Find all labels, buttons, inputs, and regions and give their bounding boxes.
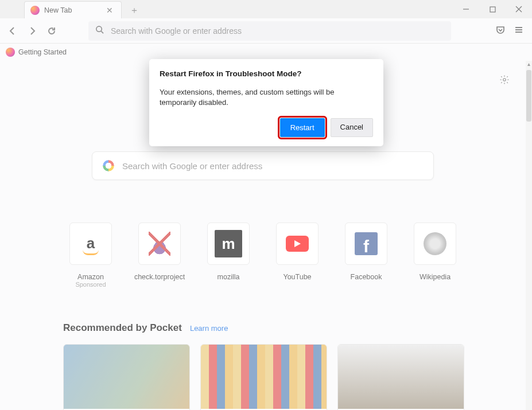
modal-title: Restart Firefox in Troubleshoot Mode? <box>160 69 373 78</box>
restart-button[interactable]: Restart <box>280 118 325 137</box>
modal-body: Your extensions, themes, and custom sett… <box>160 87 373 108</box>
cancel-button[interactable]: Cancel <box>331 118 373 137</box>
troubleshoot-modal: Restart Firefox in Troubleshoot Mode? Yo… <box>149 59 383 146</box>
